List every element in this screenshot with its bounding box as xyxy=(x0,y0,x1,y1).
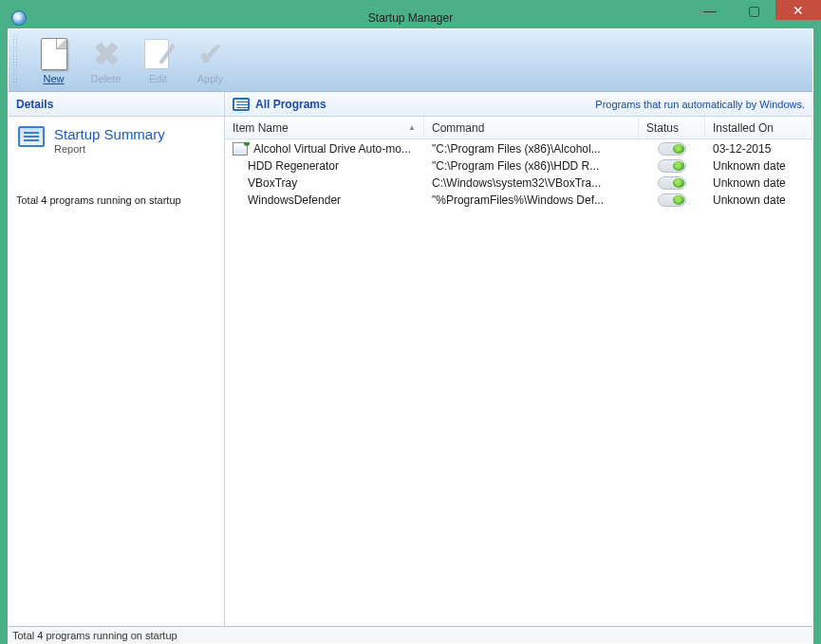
table-row[interactable]: VBoxTrayC:\Windows\system32\VBoxTra...Un… xyxy=(225,174,812,191)
edit-label: Edit xyxy=(149,73,167,84)
table-header: Item Name ▲ Command Status Installed On xyxy=(225,117,812,139)
cell-command: C:\Windows\system32\VBoxTra... xyxy=(424,176,639,190)
toolbar: New ✖ Delete Edit ✔ Apply xyxy=(9,29,812,92)
sidebar: Details Startup Summary Report Total 4 p… xyxy=(9,92,225,626)
cell-command: "C:\Program Files (x86)\HDD R... xyxy=(424,159,639,173)
edit-icon xyxy=(141,37,176,71)
cell-item-name: VBoxTray xyxy=(225,176,424,190)
apply-label: Apply xyxy=(197,73,224,84)
status-text: Total 4 programs running on startup xyxy=(12,630,177,641)
app-icon xyxy=(11,10,27,26)
table-row[interactable]: WindowsDefender"%ProgramFiles%\Windows D… xyxy=(225,191,812,208)
edit-button[interactable]: Edit xyxy=(132,32,184,89)
table-row[interactable]: HDD Regenerator"C:\Program Files (x86)\H… xyxy=(225,156,812,174)
programs-icon xyxy=(233,98,250,111)
main-header: All Programs Programs that run automatic… xyxy=(225,92,812,117)
summary-title: Startup Summary xyxy=(54,126,165,142)
col-item-name[interactable]: Item Name ▲ xyxy=(225,117,424,138)
cell-installed: Unknown date xyxy=(705,176,812,190)
status-bar: Total 4 programs running on startup xyxy=(9,626,812,643)
delete-icon: ✖ xyxy=(89,37,123,71)
status-toggle[interactable] xyxy=(658,142,686,156)
main-header-hint: Programs that run automatically by Windo… xyxy=(595,99,805,110)
cell-installed: Unknown date xyxy=(705,193,812,207)
summary-icon xyxy=(18,126,45,147)
cell-status xyxy=(639,142,705,156)
new-doc-icon xyxy=(37,37,71,71)
main-panel: All Programs Programs that run automatic… xyxy=(225,92,812,626)
maximize-button[interactable]: ▢ xyxy=(732,0,775,20)
toolbar-grip[interactable] xyxy=(12,35,18,86)
cell-installed: Unknown date xyxy=(705,159,812,173)
content-area: Details Startup Summary Report Total 4 p… xyxy=(9,92,812,626)
cell-item-name: WindowsDefender xyxy=(225,193,424,207)
window-controls: — ▢ ✕ xyxy=(688,0,821,20)
status-toggle[interactable] xyxy=(658,193,686,207)
col-status[interactable]: Status xyxy=(639,117,705,138)
new-label: New xyxy=(43,73,64,84)
delete-button[interactable]: ✖ Delete xyxy=(80,32,132,89)
sort-indicator-icon: ▲ xyxy=(408,123,416,132)
status-toggle[interactable] xyxy=(658,159,686,173)
table-row[interactable]: Alcohol Virtual Drive Auto-mo..."C:\Prog… xyxy=(225,139,812,156)
client-area: New ✖ Delete Edit ✔ Apply Details xyxy=(8,28,813,644)
table-body: Alcohol Virtual Drive Auto-mo..."C:\Prog… xyxy=(225,139,812,626)
new-button[interactable]: New xyxy=(28,32,80,89)
sidebar-item-summary[interactable]: Startup Summary Report xyxy=(9,117,224,160)
cell-command: "C:\Program Files (x86)\Alcohol... xyxy=(424,142,639,156)
status-toggle[interactable] xyxy=(658,176,686,190)
cell-item-name: Alcohol Virtual Drive Auto-mo... xyxy=(225,142,424,156)
apply-button[interactable]: ✔ Apply xyxy=(184,32,236,89)
window-title: Startup Manager xyxy=(368,11,453,25)
cell-status xyxy=(639,193,705,207)
cell-command: "%ProgramFiles%\Windows Def... xyxy=(424,193,639,207)
program-icon xyxy=(233,142,248,156)
titlebar[interactable]: Startup Manager — ▢ ✕ xyxy=(8,8,813,28)
summary-sub: Report xyxy=(54,143,165,155)
minimize-button[interactable]: — xyxy=(688,0,732,20)
cell-status xyxy=(639,159,705,173)
apply-icon: ✔ xyxy=(194,37,228,71)
window-frame: Startup Manager — ▢ ✕ New ✖ Delete Edit xyxy=(0,0,821,644)
col-command[interactable]: Command xyxy=(424,117,639,138)
delete-label: Delete xyxy=(91,73,121,84)
main-header-title: All Programs xyxy=(255,98,327,111)
sidebar-status: Total 4 programs running on startup xyxy=(9,160,224,213)
cell-item-name: HDD Regenerator xyxy=(225,159,424,173)
sidebar-header: Details xyxy=(9,92,224,117)
cell-status xyxy=(639,176,705,190)
cell-installed: 03-12-2015 xyxy=(705,142,812,156)
close-button[interactable]: ✕ xyxy=(775,0,821,20)
col-installed[interactable]: Installed On xyxy=(705,117,812,138)
